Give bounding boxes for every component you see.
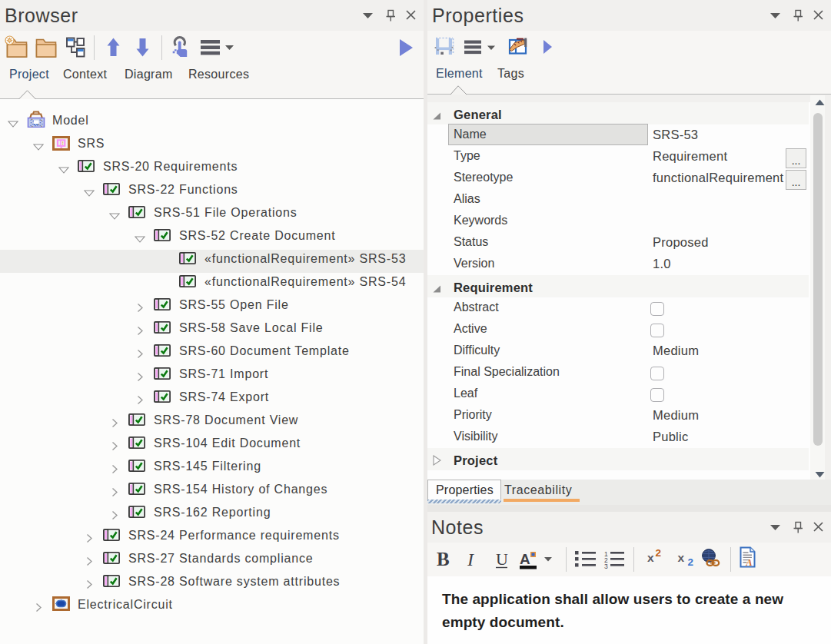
svg-text:2: 2 [656, 547, 662, 559]
svg-text:B: B [437, 549, 450, 569]
svg-text:I: I [467, 549, 474, 569]
svg-text:A: A [746, 557, 753, 568]
svg-text:U: U [496, 549, 508, 569]
svg-text:A: A [520, 551, 530, 567]
svg-text:2: 2 [688, 556, 694, 568]
svg-text:3: 3 [604, 563, 608, 570]
svg-text:x: x [647, 551, 654, 564]
svg-text:x: x [678, 551, 685, 564]
